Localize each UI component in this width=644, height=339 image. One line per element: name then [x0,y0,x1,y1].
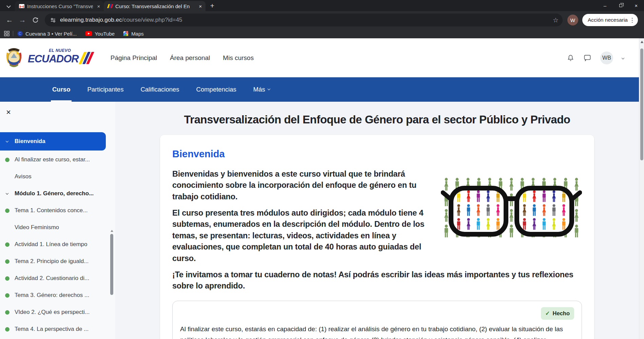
window-controls: – × [597,0,644,11]
sidebar-item-tema-3-genero-derechos[interactable]: Tema 3. Género: derechos ... [0,287,115,304]
minimize-button[interactable]: – [597,0,613,11]
tab-gmail[interactable]: Instrucciones Curso "Transversa × [15,1,104,11]
tab-mas[interactable]: Más [253,77,271,102]
chevron-down-icon [6,4,11,8]
logo-tagline: EL NUEVO [49,48,71,53]
bookmark-label: Cuevana 3 • Ver Pelí... [25,31,77,37]
sidebar-item-label: Módulo 1. Género, derecho... [15,190,94,197]
sidebar-item-label: Tema 4. La perspectiva de ... [15,326,89,333]
activity-card[interactable]: ✓ Hecho Al finalizar este curso, estarás… [172,301,582,339]
course-index-list: BienvenidaAl finalizar este curso, estar… [0,132,115,338]
sidebar-item-label: Al finalizar este curso, estar... [15,156,90,163]
bookmark-label: YouTube [95,31,115,37]
sidebar-item-tema-4-la-perspectiva-de[interactable]: Tema 4. La perspectiva de ... [0,321,115,338]
completion-dot-icon [3,208,12,213]
browser-tab-strip: Instrucciones Curso "Transversa × Curso:… [0,0,644,11]
sidebar-item-video-feminismo[interactable]: Video Feminismo [0,219,115,236]
status-label: Hecho [553,310,570,317]
close-drawer-button[interactable]: × [3,107,14,117]
bookmark-cuevana[interactable]: C Cuevana 3 • Ver Pelí... [17,31,77,37]
bookmark-youtube[interactable]: YouTube [85,31,115,37]
cuevana-icon: C [17,31,23,36]
close-window-button[interactable]: × [628,0,644,11]
completion-dot-icon [3,259,12,264]
notifications-bell-icon[interactable] [567,54,574,62]
sidebar-item-label: Tema 3. Género: derechos ... [15,292,89,299]
nav-pagina-principal[interactable]: Página Principal [111,54,157,62]
sidebar-item-label: Tema 1. Contenidos conce... [15,207,87,214]
completion-dot-icon [3,158,12,162]
site-settings-icon[interactable] [50,17,56,23]
reload-icon [32,17,39,23]
completion-dot-icon [3,293,12,298]
tab-search-button[interactable] [4,1,13,10]
scrollbar-thumb[interactable] [110,234,113,295]
apps-grid-icon[interactable] [4,31,9,36]
el-nuevo-ecuador-wordmark: EL NUEVO ECUADOR [28,52,92,64]
course-navbar: Curso Participantes Calificaciones Compe… [0,77,639,102]
chevron-down-icon [3,141,12,142]
action-needed-label: Acción necesaria [588,17,628,23]
address-bar[interactable]: elearning.trabajo.gob.ec/course/view.php… [45,14,563,26]
url-host: elearning.trabajo.gob.ec [60,17,122,23]
course-title: Transversalización del Enfoque de Género… [160,113,594,126]
completion-status-badge[interactable]: ✓ Hecho [541,307,574,320]
action-needed-button[interactable]: Acción necesaria ⋮ [582,14,638,26]
sidebar-item-label: VIdeo 2. ¿Qué es perspecti... [15,309,90,316]
drawer-scrollbar[interactable] [110,230,114,339]
welcome-text: Bienvenidas y bienvenidos a este curso v… [172,168,582,292]
tab-participantes[interactable]: Participantes [86,77,124,102]
sidebar-item-al-finalizar-este-curso-esta[interactable]: Al finalizar este curso, estar... [0,151,115,168]
restore-icon [619,4,622,7]
sidebar-item-tema-1-contenidos-conce[interactable]: Tema 1. Contenidos conce... [0,202,115,219]
forward-button[interactable]: → [16,14,28,26]
divider [13,31,13,36]
gmail-icon [19,4,24,8]
paragraph: ¡Te invitamos a tomar tu cuaderno de not… [172,269,582,292]
site-nav: Página Principal Área personal Mis curso… [111,54,254,62]
url-path: /course/view.php?id=45 [122,17,182,23]
nav-area-personal[interactable]: Área personal [170,54,210,62]
tab-curso[interactable]: Curso [52,77,71,102]
nav-mis-cursos[interactable]: Mis cursos [223,54,254,62]
scrollbar-thumb[interactable] [640,48,643,160]
site-header: EL NUEVO ECUADOR Página Principal Área p… [0,38,639,77]
bookmark-star-icon[interactable]: ☆ [553,16,559,24]
browser-menu-icon[interactable]: ⋮ [628,17,637,24]
bookmarks-bar: C Cuevana 3 • Ver Pelí... YouTube Maps [0,29,644,38]
tab-calificaciones[interactable]: Calificaciones [140,77,180,102]
course-welcome-image [441,177,582,240]
section-heading: Bienvenida [172,148,582,160]
main-content: Transversalización del Enfoque de Género… [115,102,639,339]
scroll-up-icon [111,230,113,232]
bookmark-maps[interactable]: Maps [123,31,144,37]
page-scrollbar[interactable] [639,38,644,339]
sidebar-item-modulo-1-genero-derecho[interactable]: Módulo 1. Género, derecho... [0,185,115,202]
reload-button[interactable] [29,14,41,26]
sidebar-item-video-2-que-es-perspecti[interactable]: VIdeo 2. ¿Qué es perspecti... [0,304,115,321]
close-tab-icon[interactable]: × [197,3,203,9]
tab-competencias[interactable]: Competencias [196,77,237,102]
completion-dot-icon [3,276,12,281]
back-button[interactable]: ← [3,14,16,26]
check-icon: ✓ [545,310,550,317]
browser-profile-avatar[interactable]: W [567,15,578,25]
sidebar-item-avisos[interactable]: Avisos [0,168,115,185]
new-tab-button[interactable]: + [208,1,217,11]
user-avatar[interactable]: WB [600,52,613,64]
sidebar-item-actividad-1-linea-de-tiempo[interactable]: Actividad 1. Línea de tiempo [0,236,115,253]
sidebar-item-actividad-2-cuestionario-di[interactable]: Actividad 2. Cuestionario di... [0,270,115,287]
welcome-card: Bienvenida Bienvenidas y bie [160,135,594,339]
ecuador-coat-of-arms-logo [5,48,23,68]
tab-title: Curso: Transversalización del En [115,3,195,9]
chevron-down-icon [268,87,270,90]
close-tab-icon[interactable]: × [96,3,102,9]
restore-button[interactable] [613,0,628,11]
sidebar-item-tema-2-principio-de-iguald[interactable]: Tema 2. Principio de iguald... [0,253,115,270]
sidebar-item-bienvenida[interactable]: Bienvenida [0,132,106,151]
tab-title: Instrucciones Curso "Transversa [27,3,93,9]
messages-icon[interactable] [583,54,591,62]
chevron-down-icon[interactable] [622,56,624,59]
sidebar-item-label: Actividad 1. Línea de tiempo [15,241,87,248]
tab-course[interactable]: Curso: Transversalización del En × [104,1,206,11]
